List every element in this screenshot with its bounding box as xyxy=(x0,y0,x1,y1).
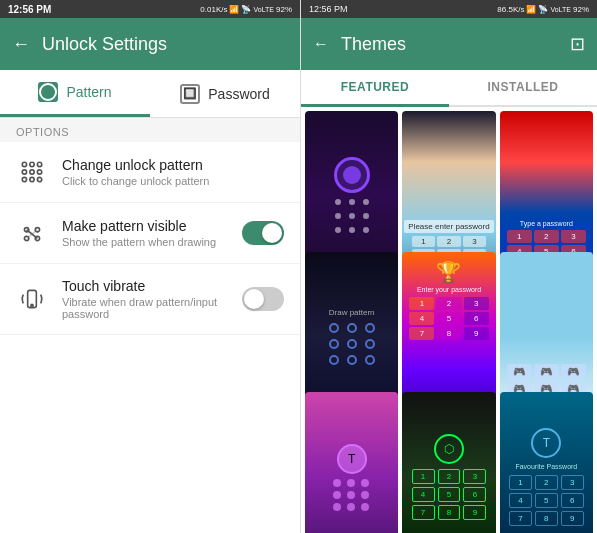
wifi-icon-right: 📶 xyxy=(526,5,536,14)
battery-left: 92% xyxy=(276,5,292,14)
signal-icon-right: 📡 xyxy=(538,5,548,14)
change-pattern-subtitle: Click to change unlock pattern xyxy=(62,175,209,187)
make-visible-text: Make pattern visible Show the pattern wh… xyxy=(62,218,216,248)
pattern-icon xyxy=(38,82,58,102)
tab-pattern-label: Pattern xyxy=(66,84,111,100)
right-header: ← Themes ⊡ xyxy=(301,18,597,70)
tab-pattern[interactable]: Pattern xyxy=(0,70,150,117)
svg-point-5 xyxy=(37,170,41,174)
themes-tabs: FEATURED INSTALLED xyxy=(301,70,597,107)
svg-point-1 xyxy=(30,162,34,166)
status-icons-left: 0.01K/s 📶 📡 VoLTE 92% xyxy=(200,5,292,14)
crop-icon[interactable]: ⊡ xyxy=(570,33,585,55)
svg-point-8 xyxy=(37,177,41,181)
svg-point-4 xyxy=(30,170,34,174)
time-right: 12:56 PM xyxy=(309,4,348,14)
make-visible-title: Make pattern visible xyxy=(62,218,216,234)
back-button-left[interactable]: ← xyxy=(12,34,30,55)
svg-point-7 xyxy=(30,177,34,181)
battery-right: 92% xyxy=(573,5,589,14)
tab-password-label: Password xyxy=(208,86,269,102)
left-panel: 12:56 PM 0.01K/s 📶 📡 VoLTE 92% ← Unlock … xyxy=(0,0,300,533)
themes-grid: Please enter password 1 2 3 4 5 6 7 8 9 … xyxy=(301,107,597,533)
touch-vibrate-text: Touch vibrate Vibrate when draw pattern/… xyxy=(62,278,228,320)
theme-card-9[interactable]: T Favourite Password 1 2 3 4 5 6 7 8 9 xyxy=(500,392,593,533)
theme-card-8[interactable]: ⬡ 1 2 3 4 5 6 7 8 9 xyxy=(402,392,495,533)
touch-vibrate-toggle[interactable] xyxy=(242,287,284,311)
theme-card-7[interactable]: T xyxy=(305,392,398,533)
tab-row-left: Pattern 🔲 Password xyxy=(0,70,300,118)
svg-point-2 xyxy=(37,162,41,166)
back-button-right[interactable]: ← xyxy=(313,35,329,53)
right-panel: 12:56 PM 86.5K/s 📶 📡 VoLTE 92% ← Themes … xyxy=(300,0,597,533)
svg-point-6 xyxy=(22,177,26,181)
touch-vibrate-icon xyxy=(16,283,48,315)
touch-vibrate-subtitle: Vibrate when draw pattern/input password xyxy=(62,296,228,320)
svg-point-14 xyxy=(31,304,33,306)
tab-password[interactable]: 🔲 Password xyxy=(150,70,300,117)
left-header-title: Unlock Settings xyxy=(42,34,167,55)
signal-icon: 📡 xyxy=(241,5,251,14)
status-bar-right: 12:56 PM 86.5K/s 📶 📡 VoLTE 92% xyxy=(301,0,597,18)
password-icon: 🔲 xyxy=(180,84,200,104)
svg-point-0 xyxy=(22,162,26,166)
touch-vibrate-title: Touch vibrate xyxy=(62,278,228,294)
change-pattern-title: Change unlock pattern xyxy=(62,157,209,173)
status-bar-left: 12:56 PM 0.01K/s 📶 📡 VoLTE 92% xyxy=(0,0,300,18)
change-pattern-icon xyxy=(16,156,48,188)
option-change-pattern[interactable]: Change unlock pattern Click to change un… xyxy=(0,142,300,203)
status-icons-right: 86.5K/s 📶 📡 VoLTE 92% xyxy=(497,5,589,14)
tab-featured[interactable]: FEATURED xyxy=(301,70,449,107)
left-header: ← Unlock Settings xyxy=(0,18,300,70)
tab-installed[interactable]: INSTALLED xyxy=(449,70,597,105)
make-visible-subtitle: Show the pattern when drawing xyxy=(62,236,216,248)
option-touch-vibrate[interactable]: Touch vibrate Vibrate when draw pattern/… xyxy=(0,264,300,335)
options-section-label: OPTIONS xyxy=(0,118,300,142)
signal-text-right: 86.5K/s xyxy=(497,5,524,14)
make-visible-toggle[interactable] xyxy=(242,221,284,245)
signal-text-left: 0.01K/s xyxy=(200,5,227,14)
option-make-visible[interactable]: Make pattern visible Show the pattern wh… xyxy=(0,203,300,264)
make-visible-icon xyxy=(16,217,48,249)
right-header-title: Themes xyxy=(341,34,558,55)
volte-icon-right: VoLTE xyxy=(550,6,571,13)
volte-icon: VoLTE xyxy=(253,6,274,13)
time-left: 12:56 PM xyxy=(8,4,51,15)
change-pattern-text: Change unlock pattern Click to change un… xyxy=(62,157,209,187)
svg-point-3 xyxy=(22,170,26,174)
wifi-icon: 📶 xyxy=(229,5,239,14)
